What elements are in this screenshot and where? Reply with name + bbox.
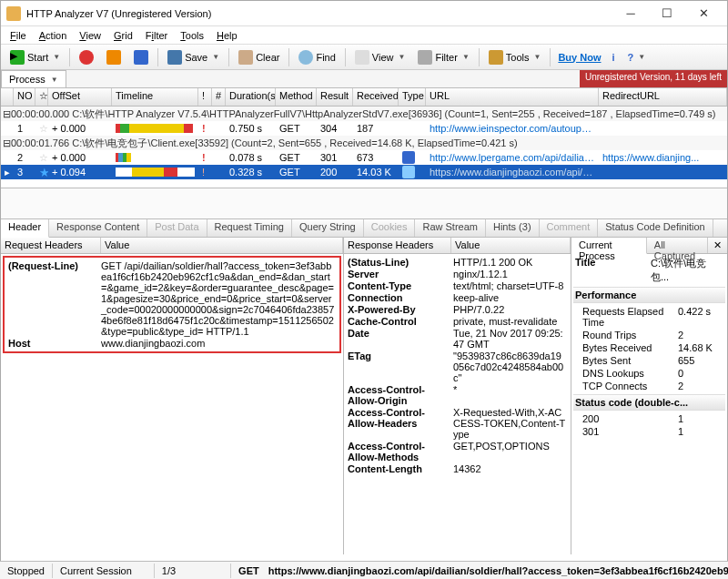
resp-key: Access-Control-Allow-Headers: [346, 407, 451, 440]
tab-query-string[interactable]: Query String: [292, 219, 364, 237]
help-button[interactable]: ?▼: [622, 49, 652, 66]
play-icon: ▶: [10, 50, 25, 65]
sc-key[interactable]: 301: [575, 426, 678, 437]
group-row[interactable]: ⊟ 00:00:00.000 C:\软件\HTTP Analyzer V7.5.…: [1, 107, 727, 121]
menu-grid[interactable]: Grid: [108, 28, 138, 43]
find-button[interactable]: Find: [293, 47, 340, 67]
tab-header[interactable]: Header: [1, 219, 49, 238]
funnel-icon: [418, 50, 432, 65]
resp-key: ETag: [346, 350, 451, 383]
col-duration[interactable]: Duration(s): [226, 88, 276, 106]
col-star[interactable]: ☆: [35, 88, 48, 106]
tab-all-captured[interactable]: All Captured: [647, 238, 708, 253]
tab-status-code[interactable]: Status Code Definition: [598, 219, 713, 237]
save-button[interactable]: Save▼: [162, 47, 225, 67]
process-bar: Process▼ Unregistered Version, 11 days l…: [1, 70, 727, 88]
view-icon: [355, 50, 369, 65]
view-button[interactable]: View▼: [349, 47, 411, 67]
table-row[interactable]: 1 ☆ + 0.000 ! 0.750 s GET 304 187 http:/…: [1, 121, 727, 136]
status-session: Current Session: [53, 564, 155, 578]
col-timeline[interactable]: Timeline: [112, 88, 198, 106]
info-button[interactable]: i: [606, 49, 620, 66]
req-col1[interactable]: Request Headers: [1, 238, 101, 253]
host-value: www.dianjingbaozi.com: [99, 338, 338, 349]
perf-value: 0: [678, 368, 723, 379]
maximize-button[interactable]: ☐: [649, 3, 685, 25]
col-expand[interactable]: [1, 88, 14, 106]
pause-button[interactable]: [101, 47, 126, 67]
resp-key: Content-Type: [346, 280, 451, 291]
menu-action[interactable]: Action: [34, 28, 73, 43]
search-icon: [298, 50, 313, 65]
tab-current-process[interactable]: Current Process: [571, 238, 647, 254]
resp-value: 14362: [451, 463, 569, 474]
broom-icon: [238, 50, 253, 65]
tab-request-timing[interactable]: Request Timing: [207, 219, 292, 237]
menu-tools[interactable]: Tools: [175, 28, 209, 43]
menu-filter[interactable]: Filter: [140, 28, 173, 43]
clear-button[interactable]: Clear: [233, 47, 285, 67]
resp-value: Tue, 21 Nov 2017 09:25:47 GMT: [451, 328, 569, 350]
resp-col2[interactable]: Value: [451, 238, 571, 253]
resp-value: *: [451, 384, 569, 406]
resp-key: Access-Control-Allow-Methods: [346, 441, 451, 462]
sc-key[interactable]: 200: [575, 413, 678, 424]
tab-hints[interactable]: Hints (3): [486, 219, 540, 237]
group-row[interactable]: ⊟ 00:00:01.766 C:\软件\电竞包子\Client.exe[335…: [1, 136, 727, 150]
status-method: GET: [231, 564, 267, 578]
filter-button[interactable]: Filter▼: [412, 47, 474, 67]
col-redirect[interactable]: RedirectURL: [599, 88, 727, 106]
resp-col1[interactable]: Response Headers: [344, 238, 451, 253]
grid-header: NO ☆ OffSet Timeline ! # Duration(s) Met…: [1, 88, 727, 107]
col-bang[interactable]: !: [198, 88, 212, 106]
col-result[interactable]: Result: [317, 88, 353, 106]
menu-help[interactable]: Help: [211, 28, 243, 43]
req-col2[interactable]: Value: [101, 238, 343, 253]
resp-key: Connection: [346, 292, 451, 303]
minimize-button[interactable]: ─: [612, 3, 649, 25]
splitter[interactable]: [1, 188, 727, 219]
status-state: Stopped: [0, 564, 53, 578]
toolbox-icon: [489, 50, 503, 65]
resp-value: PHP/7.0.22: [451, 304, 569, 315]
menubar: File Action View Grid Filter Tools Help: [1, 26, 727, 45]
resp-key: Date: [346, 328, 451, 350]
app-icon: [6, 6, 21, 21]
resp-value: nginx/1.12.1: [451, 269, 569, 279]
perf-value: 14.68 K: [678, 342, 723, 353]
stop-button[interactable]: [74, 47, 99, 67]
tools-button[interactable]: Tools▼: [483, 47, 547, 67]
grid-body: ⊟ 00:00:00.000 C:\软件\HTTP Analyzer V7.5.…: [1, 107, 727, 188]
tab-cookies[interactable]: Cookies: [364, 219, 416, 237]
redirect-icon: [402, 151, 415, 164]
perf-value: 655: [678, 355, 723, 366]
tab-response-content[interactable]: Response Content: [49, 219, 147, 237]
col-method[interactable]: Method: [276, 88, 317, 106]
perf-value: 2: [678, 330, 723, 340]
sc-value: 1: [678, 426, 723, 437]
performance-header: Performance: [573, 287, 725, 303]
stop-icon: [79, 50, 94, 65]
col-received[interactable]: Received: [353, 88, 399, 106]
record-button[interactable]: [128, 47, 154, 67]
resp-key: (Status-Line): [346, 257, 451, 268]
process-tab[interactable]: Process▼: [1, 70, 66, 87]
tab-post-data[interactable]: Post Data: [147, 219, 207, 237]
menu-file[interactable]: File: [5, 28, 32, 43]
tab-comment[interactable]: Comment: [540, 219, 599, 237]
status-url: https://www.dianjingbaozi.com/api/dailia…: [267, 564, 728, 578]
perf-key: Bytes Received: [575, 342, 678, 353]
table-row[interactable]: 2 ☆ + 0.000 ! 0.078 s GET 301 673 http:/…: [1, 150, 727, 165]
close-button[interactable]: ✕: [685, 3, 722, 25]
start-button[interactable]: ▶Start▼: [5, 47, 66, 67]
col-no[interactable]: NO: [14, 88, 35, 106]
col-offset[interactable]: OffSet: [48, 88, 112, 106]
tab-raw-stream[interactable]: Raw Stream: [415, 219, 486, 237]
col-hash[interactable]: #: [212, 88, 226, 106]
col-type[interactable]: Type: [399, 88, 426, 106]
menu-view[interactable]: View: [74, 28, 106, 43]
table-row-selected[interactable]: ▸ 3 ★ + 0.094 ! 0.328 s GET 200 14.03 K …: [1, 165, 727, 179]
close-panel-icon[interactable]: ✕: [708, 238, 727, 253]
buy-now-link[interactable]: Buy Now: [554, 52, 604, 63]
col-url[interactable]: URL: [426, 88, 599, 106]
